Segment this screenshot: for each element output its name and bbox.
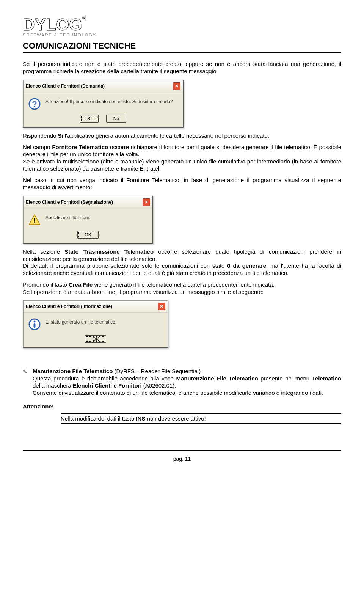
yes-button[interactable]: Sì (80, 115, 99, 123)
dialog-question: Elenco Clienti e Fornitori (Domanda) ✕ ?… (23, 80, 184, 128)
close-icon[interactable]: ✕ (173, 82, 180, 90)
dialog-title-text: Elenco Clienti e Fornitori (Segnalazione… (26, 199, 113, 205)
section-title: COMUNICAZIONI TECNICHE (23, 41, 341, 51)
paragraph: Se il percorso indicato non è stato prec… (23, 61, 341, 75)
dialog-titlebar: Elenco Clienti e Fornitori (Domanda) ✕ (24, 80, 183, 92)
svg-text:!: ! (33, 217, 36, 225)
dialog-message: Attenzione! Il percorso indicato non esi… (46, 97, 178, 104)
page-number: pag. 11 (23, 454, 341, 462)
dialog-message: Specificare il fornitore. (46, 214, 148, 220)
dialog-title-text: Elenco Clienti e Fornitori (Domanda) (26, 83, 105, 89)
paragraph: Nel campo Fornitore Telematico occorre r… (23, 144, 341, 172)
paragraph: Nella sezione Stato Trasmissione Telemat… (23, 248, 341, 277)
dialog-info: Elenco Clienti e Fornitori (Informazione… (23, 300, 168, 348)
dialog-title-text: Elenco Clienti e Fornitori (Informazione… (26, 304, 112, 309)
dialog-titlebar: Elenco Clienti e Fornitori (Segnalazione… (24, 196, 152, 208)
close-icon[interactable]: ✕ (143, 198, 150, 206)
svg-point-5 (34, 321, 36, 323)
svg-rect-6 (34, 323, 36, 328)
question-icon: ? (28, 97, 41, 110)
info-icon (28, 318, 41, 331)
header-rule (23, 52, 341, 53)
paragraph: Rispondendo Sì l'applicativo genera auto… (23, 132, 341, 140)
header-logo: DYLOG® SOFTWARE & TECHNOLOGY (23, 15, 341, 37)
dialog-titlebar: Elenco Clienti e Fornitori (Informazione… (24, 301, 168, 313)
page-footer: pag. 11 (23, 450, 341, 462)
attention-label: Attenzione! (23, 403, 341, 410)
note-box: Nella modifica dei dati il tasto INS non… (61, 413, 341, 424)
logo-registered: ® (82, 15, 86, 21)
ok-button[interactable]: OK (77, 231, 98, 239)
no-button[interactable]: No (106, 115, 126, 123)
bullet-icon: ✎ (23, 368, 30, 396)
dialog-warning: Elenco Clienti e Fornitori (Segnalazione… (23, 196, 153, 244)
svg-text:?: ? (32, 99, 37, 109)
bullet-item: ✎ Manutenzione File Telematico (DyRFS – … (23, 368, 341, 396)
dialog-message: E' stato generato un file telematico. (46, 318, 163, 325)
paragraph: Premendo il tasto Crea File viene genera… (23, 281, 341, 296)
close-icon[interactable]: ✕ (158, 303, 165, 310)
paragraph: Nel caso in cui non venga indicato il Fo… (23, 177, 341, 191)
warning-icon: ! (28, 214, 41, 226)
ok-button[interactable]: OK (85, 335, 106, 343)
logo-text: DYLOG (23, 15, 82, 34)
bullet-content: Manutenzione File Telematico (DyRFS – Re… (33, 368, 341, 396)
